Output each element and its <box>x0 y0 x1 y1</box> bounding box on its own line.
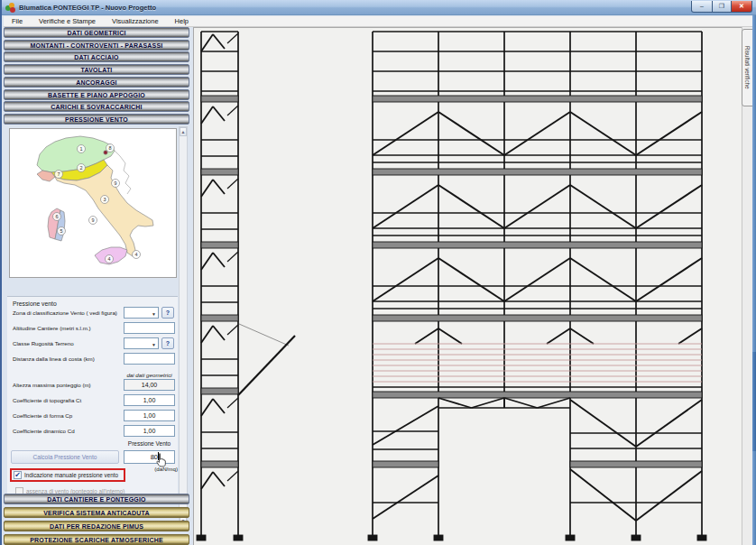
chevron-down-icon: ▼ <box>152 309 156 319</box>
sidebar-section-pressione-vento[interactable]: PRESSIONE VENTO <box>4 114 189 125</box>
sidebar-section-protezione-scariche-atmosferiche[interactable]: PROTEZIONE SCARICHE ATMOSFERICHE <box>4 534 189 545</box>
sidebar-section-basette-e-piano-appoggio[interactable]: BASETTE E PIANO APPOGGIO <box>4 89 189 100</box>
scaffold-toeboard <box>373 242 702 248</box>
scaffold-member <box>472 398 505 408</box>
sidebar-section-tavolati[interactable]: TAVOLATI <box>4 64 189 75</box>
form-row: Altezza massima ponteggio (m)14,00 <box>7 379 178 392</box>
scaffold-toeboard <box>697 535 706 540</box>
field-input[interactable]: 14,00 <box>124 379 175 391</box>
manual-pressure-highlight: ✔ Indicazione manuale pressione vento <box>10 468 125 482</box>
scaffold-member <box>504 185 570 228</box>
form-row: Classe Rugosità Terreno▼? <box>7 337 178 350</box>
scaffold-toeboard <box>373 169 702 175</box>
scaffold-member <box>201 399 213 416</box>
field-label: Coefficiente di topografia Ct <box>13 397 81 403</box>
field-input[interactable]: 1,00 <box>124 425 175 437</box>
scaffold-member <box>415 328 438 344</box>
sidebar-section-carichi-e-sovraccarichi[interactable]: CARICHI E SOVRACCARICHI <box>4 101 189 112</box>
scaffold-toeboard <box>201 388 238 394</box>
menu-visualizzazione[interactable]: Visualizzazione <box>104 17 167 25</box>
help-button[interactable]: ? <box>161 307 174 319</box>
scaffold-member <box>373 185 438 228</box>
menu-help[interactable]: Help <box>167 17 197 25</box>
scaffold-member <box>538 398 571 408</box>
title-bar[interactable]: Blumatica PONTEGGI TP - Nuovo Progetto –… <box>2 0 756 15</box>
scaffold-toeboard <box>201 242 238 248</box>
minimize-button[interactable]: – <box>691 1 713 13</box>
scaffold-member <box>227 398 238 408</box>
close-button[interactable]: ✕ <box>731 1 752 13</box>
map-zone-8 <box>104 151 107 154</box>
scaffold-toeboard <box>201 96 238 102</box>
scaffold-member <box>213 106 225 121</box>
sidebar-section-dati-per-redazione-pimus[interactable]: DATI PER REDAZIONE PIMUS <box>4 521 189 531</box>
sidebar-section-dati-geometrici[interactable]: DATI GEOMETRICI <box>4 27 189 38</box>
scaffold-member <box>570 328 594 344</box>
app-icon <box>5 3 15 13</box>
map-zone-number: 9 <box>114 180 116 186</box>
scaffold-member <box>227 325 238 335</box>
scaffold-member <box>373 476 438 519</box>
field-input[interactable]: 1,00 <box>124 394 175 406</box>
scaffold-member <box>636 112 702 155</box>
form-row: Coefficiente di forma Cp1,00 <box>7 410 178 422</box>
drawing-canvas[interactable] <box>193 27 742 545</box>
sidebar-scrollbar[interactable]: ▲ ▼ <box>179 126 188 526</box>
sidebar-section-ancoraggi[interactable]: ANCORAGGI <box>4 77 189 88</box>
sidebar-section-dati-cantiere-e-ponteggio[interactable]: DATI CANTIERE E PONTEGGIO <box>4 494 189 504</box>
scaffold-member <box>227 471 238 481</box>
scaffold-member <box>570 112 636 155</box>
sidebar-section-verifica-sistema-anticaduta[interactable]: VERIFICA SISTEMA ANTICADUTA <box>4 507 189 518</box>
map-zone-number: 3 <box>103 197 106 202</box>
chevron-down-icon: ▼ <box>152 340 156 350</box>
field-select[interactable]: ▼ <box>124 307 159 319</box>
scaffold-member <box>438 398 472 408</box>
group-title: Pressione vento <box>13 300 57 307</box>
field-label: Zona di classificazione Vento ( vedi fig… <box>13 309 117 316</box>
menu-file[interactable]: File <box>4 17 31 25</box>
help-button[interactable]: ? <box>161 337 174 349</box>
scaffold-toeboard <box>570 461 702 467</box>
scaffold-member <box>201 34 213 51</box>
scaffold-member <box>201 106 213 124</box>
manual-pressure-checkbox[interactable]: ✔ <box>14 471 22 479</box>
field-label: Coefficiente di forma Cp <box>13 412 72 419</box>
scaffold-member <box>504 112 570 155</box>
scaffold-member <box>213 326 225 340</box>
calcola-pressione-vento-button[interactable]: Calcola Pressione Vento <box>11 450 119 464</box>
scaffold-member <box>636 471 702 521</box>
scaffold-member <box>238 336 295 395</box>
field-input[interactable] <box>124 322 175 334</box>
from-geometry-note: dai dati geometrici <box>124 372 175 378</box>
maximize-button[interactable]: ❐ <box>713 1 731 13</box>
field-input[interactable] <box>124 353 175 365</box>
scaffold-member <box>213 399 225 413</box>
scroll-up-arrow[interactable]: ▲ <box>180 127 187 136</box>
wind-zone-map: 18279396544 <box>9 128 177 278</box>
scaffold-member <box>213 472 225 486</box>
scaffold-toeboard <box>197 535 206 540</box>
scaffold-toeboard <box>566 535 575 540</box>
scaffold-member <box>570 185 636 228</box>
scaffold-toeboard <box>434 535 443 540</box>
form-row: Distanza dalla linea di costa (km) <box>7 353 178 365</box>
field-input[interactable]: 1,00 <box>124 410 175 421</box>
scaffold-member <box>636 400 702 447</box>
field-select[interactable]: ▼ <box>124 337 159 349</box>
scaffold-member <box>227 33 238 43</box>
scaffold-member <box>227 106 238 115</box>
scaffold-toeboard <box>368 535 377 540</box>
scaffold-member <box>201 326 213 343</box>
menu-verifiche-e-stampe[interactable]: Verifiche e Stampe <box>31 17 104 25</box>
sidebar-section-montanti-controventi-parasassi[interactable]: MONTANTI - CONTROVENTI - PARASASSI <box>4 40 189 51</box>
map-zone-number: 7 <box>57 171 60 177</box>
field-label: Distanza dalla linea di costa (km) <box>13 356 95 362</box>
pressione-vento-panel: Pressione vento Zona di classificazione … <box>7 296 178 494</box>
map-zone-number: 5 <box>60 228 62 234</box>
sidebar-section-dati-acciaio[interactable]: DATI ACCIAIO <box>4 51 189 62</box>
scaffold-member <box>227 252 238 262</box>
scaffold-toeboard <box>373 96 702 102</box>
scaffold-member <box>547 328 570 344</box>
scaffold-member <box>438 258 504 301</box>
scaffold-toeboard <box>201 169 238 175</box>
